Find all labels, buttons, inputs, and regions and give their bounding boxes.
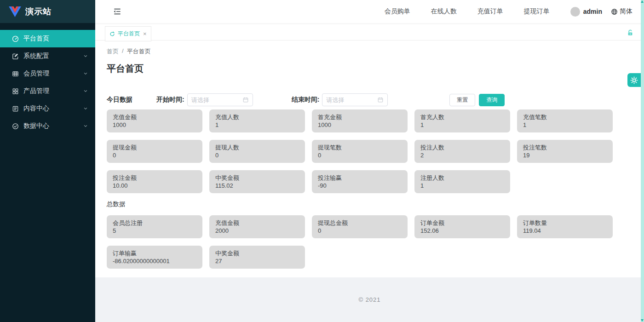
settings-button[interactable] [627,73,641,87]
chevron-down-icon [83,106,88,111]
username: admin [583,8,602,15]
tab-platform-home[interactable]: 平台首页 × [105,26,151,41]
stat-card-value: 5 [113,227,196,235]
table-icon [12,70,19,77]
document-icon [12,105,19,112]
stat-card-label: 注册人数 [420,174,504,182]
calendar-icon [377,97,384,103]
stat-card: 充值金额 1000 [107,109,202,132]
stat-card-label: 提现金额 [113,144,196,151]
stat-card-value: 0 [318,227,402,235]
avatar [570,7,580,17]
page-scrollbar[interactable] [641,0,644,322]
sidebar-item-label: 产品管理 [23,87,49,95]
close-icon[interactable]: × [143,31,147,37]
stat-card-label: 充值笔数 [523,113,607,121]
stat-card-value: 152.06 [420,227,504,235]
top-header: 会员购单 在线人数 充值订单 提现订单 admin 简体 [95,0,644,23]
stat-card-label: 首充金额 [318,113,402,121]
stat-card: 订单金额 152.06 [414,215,510,238]
stat-card: 中奖金额 115.02 [209,170,305,193]
today-stats-grid: 充值金额 1000 充值人数 1 首充金额 1000 首充人数 [107,109,613,193]
sidebar-item-label: 会员管理 [23,69,49,78]
end-date-input[interactable] [326,97,377,104]
stat-card-label: 投注输赢 [318,174,402,182]
stat-card-value: 2 [420,151,504,159]
sidebar-item[interactable]: 数据中心 [0,117,95,135]
stat-card-value: 115.02 [215,182,299,190]
language-switch[interactable]: 简体 [611,7,637,16]
search-button[interactable]: 查询 [479,94,505,106]
main-area: 会员购单 在线人数 充值订单 提现订单 admin 简体 [95,0,644,322]
sidebar-menu: 平台首页 系统配置 会员管理 产品管理 [0,23,95,135]
stat-card-label: 订单输赢 [113,249,196,257]
sidebar-item[interactable]: 产品管理 [0,82,95,100]
sidebar-item[interactable]: 平台首页 [0,30,95,47]
scroll-down-arrow[interactable] [641,319,644,322]
stat-card: 投注金额 10.00 [107,170,202,193]
stat-card: 提现金额 0 [107,140,202,163]
stat-card-label: 充值金额 [113,113,196,121]
breadcrumb-home[interactable]: 首页 [107,47,119,56]
reset-button[interactable]: 重置 [449,94,475,106]
stat-card: 投注人数 2 [414,140,510,163]
globe-icon [611,8,618,15]
sidebar-item-label: 系统配置 [23,52,49,60]
stat-card-value: 1000 [318,121,402,129]
stat-card-label: 提现人数 [215,144,299,151]
header-link[interactable]: 会员购单 [385,7,410,16]
stat-card: 订单输赢 -86.02000000000001 [107,246,202,269]
stat-card-value: 0 [113,151,196,159]
stat-card-value: 2000 [215,227,299,235]
stat-card-label: 投注人数 [420,144,504,151]
stat-card-label: 订单数量 [523,219,607,227]
start-date-picker[interactable] [187,93,253,106]
total-data-label: 总数据 [107,200,644,208]
stat-card: 投注笔数 19 [517,140,613,163]
header-link[interactable]: 在线人数 [431,7,457,16]
page-content: 首页 / 平台首页 平台首页 今日数据 开始时间: 结束时间: 重置 查询 [95,40,644,277]
stat-card-label: 投注笔数 [523,144,607,151]
stat-card: 会员总注册 5 [107,215,202,238]
sidebar-item[interactable]: 内容中心 [0,100,95,117]
end-date-picker[interactable] [322,93,388,106]
stat-card-value: 119.04 [523,227,607,235]
sidebar-item[interactable]: 系统配置 [0,47,95,65]
refresh-icon[interactable] [109,31,115,37]
dashboard-icon [12,35,19,42]
sidebar-item-label: 数据中心 [23,122,49,130]
calendar-icon [242,97,249,103]
sidebar-item[interactable]: 会员管理 [0,65,95,82]
tab-label: 平台首页 [118,30,140,38]
stat-card-value: 1000 [113,121,196,129]
stat-card: 充值人数 1 [209,109,305,132]
stat-card-label: 中奖金额 [215,174,299,182]
sidebar-item-label: 内容中心 [23,104,49,113]
header-right: 会员购单 在线人数 充值订单 提现订单 admin 简体 [385,7,637,17]
stat-card-value: 19 [523,151,607,159]
chevron-down-icon [83,123,88,129]
user-menu[interactable]: admin [570,7,602,17]
edit-square-icon [12,53,19,60]
stat-card: 充值笔数 1 [517,109,613,132]
total-stats-grid: 会员总注册 5 充值金额 2000 提现总金额 0 订单金额 [107,215,613,269]
stat-card: 中奖金额 27 [209,246,305,269]
menu-fold-icon[interactable] [113,7,122,16]
header-link[interactable]: 充值订单 [477,7,503,16]
page-title: 平台首页 [107,63,644,74]
stat-card-value: -90 [318,182,402,190]
app-logo[interactable]: 演示站 [0,0,95,23]
stat-card: 订单数量 119.04 [517,215,613,238]
header-link[interactable]: 提现订单 [524,7,550,16]
scroll-up-arrow[interactable] [641,0,644,3]
stat-card-label: 中奖金额 [215,249,299,257]
start-date-input[interactable] [191,97,242,104]
stat-card-value: 1 [420,121,504,129]
stat-card-value: 10.00 [113,182,196,190]
stat-card: 充值金额 2000 [209,215,305,238]
lock-open-icon[interactable] [627,29,634,37]
stat-card-label: 充值金额 [215,219,299,227]
stat-card: 投注输赢 -90 [312,170,408,193]
stat-card-label: 投注金额 [113,174,196,182]
stat-card: 首充金额 1000 [312,109,408,132]
